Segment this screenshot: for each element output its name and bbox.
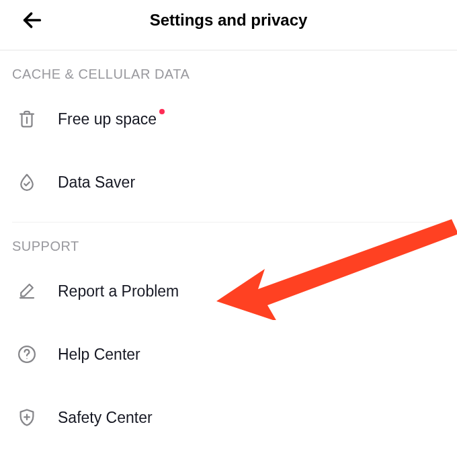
row-report-problem[interactable]: Report a Problem: [12, 260, 445, 323]
droplet-icon: [15, 170, 39, 194]
section-cache: CACHE & CELLULAR DATA Free up space Data…: [0, 50, 457, 214]
section-header-cache: CACHE & CELLULAR DATA: [12, 50, 445, 87]
row-label-help-center: Help Center: [58, 346, 140, 364]
notification-dot: [159, 109, 165, 114]
section-header-support: SUPPORT: [12, 223, 445, 260]
help-icon: [15, 342, 39, 366]
section-support: SUPPORT Report a Problem Help Center: [0, 223, 457, 449]
row-label-report-problem: Report a Problem: [58, 282, 179, 301]
row-label-free-up-space: Free up space: [58, 110, 157, 128]
row-free-up-space[interactable]: Free up space: [12, 87, 445, 151]
page-title: Settings and privacy: [13, 11, 444, 30]
edit-icon: [15, 279, 39, 303]
row-label-data-saver: Data Saver: [58, 173, 135, 192]
text-free-up-space: Free up space: [58, 110, 157, 128]
row-help-center[interactable]: Help Center: [12, 323, 445, 386]
row-data-saver[interactable]: Data Saver: [12, 151, 445, 214]
svg-point-3: [26, 358, 28, 360]
row-safety-center[interactable]: Safety Center: [12, 386, 445, 449]
trash-icon: [15, 107, 39, 131]
shield-plus-icon: [15, 405, 39, 430]
header: Settings and privacy: [0, 0, 457, 40]
back-button[interactable]: [19, 7, 46, 34]
arrow-left-icon: [20, 8, 44, 32]
row-label-safety-center: Safety Center: [58, 409, 153, 427]
